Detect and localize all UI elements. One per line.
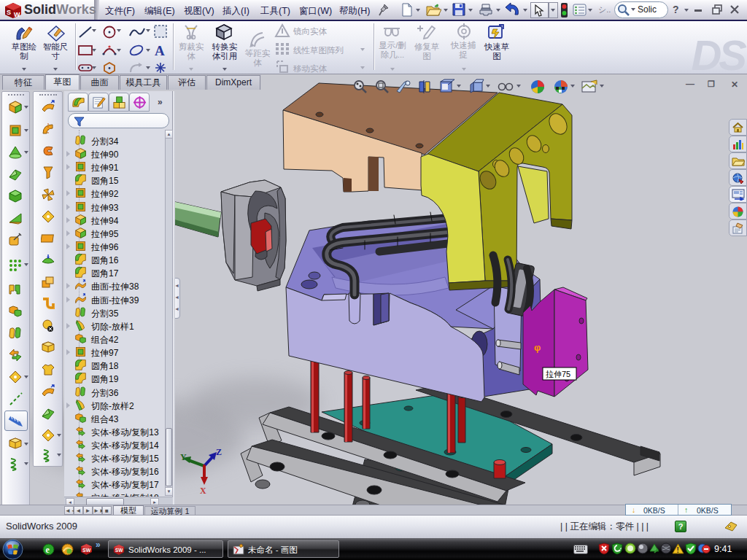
- svg-text:φ: φ: [534, 342, 541, 353]
- svg-text:e: e: [46, 545, 50, 555]
- svg-text:W: W: [14, 11, 20, 18]
- svg-text:SW: SW: [115, 548, 123, 553]
- svg-text:X: X: [200, 486, 206, 496]
- svg-text:拉伸75: 拉伸75: [546, 370, 570, 378]
- svg-text:A: A: [155, 43, 165, 58]
- svg-text:!: !: [677, 546, 679, 554]
- svg-text:SW: SW: [82, 548, 91, 553]
- svg-text:Z: Z: [216, 447, 222, 457]
- svg-text:Y: Y: [180, 452, 187, 462]
- svg-text:S: S: [7, 9, 11, 16]
